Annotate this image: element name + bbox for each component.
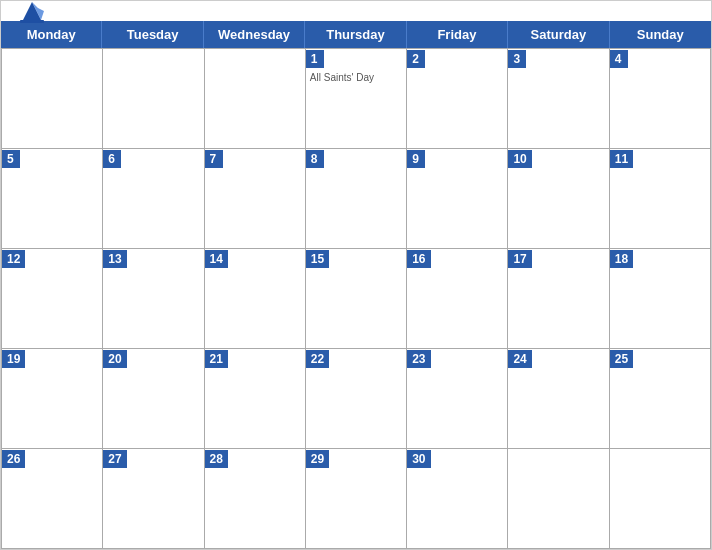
day-number: 9 (407, 150, 425, 168)
calendar-header (1, 1, 711, 21)
day-number: 11 (610, 150, 633, 168)
day-number: 25 (610, 350, 633, 368)
logo-icon (17, 0, 47, 26)
weekday-cell-thursday: Thursday (305, 21, 406, 48)
days-grid: 1All Saints' Day234567891011121314151617… (1, 48, 711, 549)
day-number: 7 (205, 150, 223, 168)
day-cell: 3 (508, 49, 609, 149)
day-number: 18 (610, 250, 633, 268)
weekday-cell-sunday: Sunday (610, 21, 711, 48)
day-number: 16 (407, 250, 430, 268)
day-cell: 1All Saints' Day (306, 49, 407, 149)
day-number: 5 (2, 150, 20, 168)
day-number: 30 (407, 450, 430, 468)
day-cell (103, 49, 204, 149)
day-cell: 22 (306, 349, 407, 449)
day-cell (610, 449, 711, 549)
day-number: 28 (205, 450, 228, 468)
day-cell: 24 (508, 349, 609, 449)
day-cell: 29 (306, 449, 407, 549)
day-number: 23 (407, 350, 430, 368)
day-cell: 18 (610, 249, 711, 349)
day-number: 26 (2, 450, 25, 468)
day-cell: 9 (407, 149, 508, 249)
day-cell: 16 (407, 249, 508, 349)
day-number: 27 (103, 450, 126, 468)
day-cell (205, 49, 306, 149)
day-number: 20 (103, 350, 126, 368)
svg-rect-2 (20, 20, 44, 23)
day-number: 24 (508, 350, 531, 368)
calendar: MondayTuesdayWednesdayThursdayFridaySatu… (0, 0, 712, 550)
day-number: 15 (306, 250, 329, 268)
day-number: 10 (508, 150, 531, 168)
day-cell: 21 (205, 349, 306, 449)
day-cell: 20 (103, 349, 204, 449)
day-cell: 23 (407, 349, 508, 449)
day-cell: 30 (407, 449, 508, 549)
day-number: 22 (306, 350, 329, 368)
day-cell: 10 (508, 149, 609, 249)
day-cell: 13 (103, 249, 204, 349)
day-cell: 19 (2, 349, 103, 449)
day-cell: 2 (407, 49, 508, 149)
day-cell (508, 449, 609, 549)
day-number: 2 (407, 50, 425, 68)
day-number: 21 (205, 350, 228, 368)
day-cell: 28 (205, 449, 306, 549)
day-number: 3 (508, 50, 526, 68)
day-number: 13 (103, 250, 126, 268)
day-cell: 26 (2, 449, 103, 549)
day-event: All Saints' Day (306, 70, 406, 85)
day-cell: 14 (205, 249, 306, 349)
day-cell: 5 (2, 149, 103, 249)
day-cell: 25 (610, 349, 711, 449)
weekdays-row: MondayTuesdayWednesdayThursdayFridaySatu… (1, 21, 711, 48)
day-cell: 11 (610, 149, 711, 249)
day-cell: 6 (103, 149, 204, 249)
day-cell: 27 (103, 449, 204, 549)
day-cell: 4 (610, 49, 711, 149)
day-number: 12 (2, 250, 25, 268)
day-number: 8 (306, 150, 324, 168)
weekday-cell-wednesday: Wednesday (204, 21, 305, 48)
day-number: 4 (610, 50, 628, 68)
day-cell: 12 (2, 249, 103, 349)
logo (17, 0, 51, 26)
weekday-cell-friday: Friday (407, 21, 508, 48)
day-number: 29 (306, 450, 329, 468)
day-number: 14 (205, 250, 228, 268)
day-number: 6 (103, 150, 121, 168)
day-cell: 8 (306, 149, 407, 249)
day-cell: 7 (205, 149, 306, 249)
day-cell: 17 (508, 249, 609, 349)
day-cell: 15 (306, 249, 407, 349)
day-number: 1 (306, 50, 324, 68)
day-number: 17 (508, 250, 531, 268)
weekday-cell-tuesday: Tuesday (102, 21, 203, 48)
day-number: 19 (2, 350, 25, 368)
weekday-cell-saturday: Saturday (508, 21, 609, 48)
day-cell (2, 49, 103, 149)
